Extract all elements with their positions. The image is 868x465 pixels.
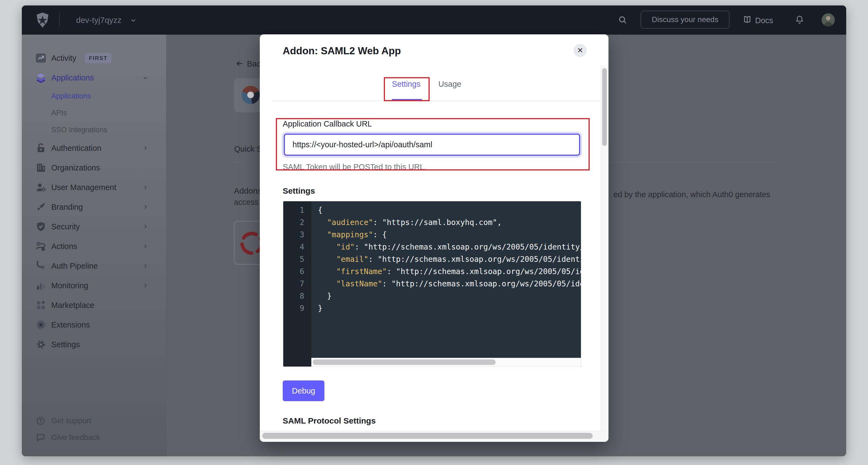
- code-line: "email": "http://schemas.xmlsoap.org/ws/…: [318, 255, 581, 264]
- line-number: 4: [300, 242, 304, 252]
- docs-link[interactable]: Docs: [755, 16, 773, 25]
- sidebar-item-label: Applications: [51, 74, 94, 82]
- code-line: "lastName": "http://schemas.xmlsoap.org/…: [318, 279, 581, 288]
- bar-chart-icon: [35, 280, 46, 291]
- user-avatar[interactable]: [822, 13, 835, 26]
- callback-url-label: Application Callback URL: [283, 119, 372, 128]
- chevron-right-icon: [142, 204, 149, 210]
- sidebar-item-user-management[interactable]: User Management: [22, 178, 166, 197]
- editor-horizontal-scrollbar-thumb[interactable]: [313, 359, 496, 365]
- sidebar-item-give-feedback[interactable]: Give feedback: [22, 430, 166, 445]
- background-paragraph-fragment: ed by the application, which Auth0 gener…: [613, 190, 770, 199]
- sidebar-item-get-support[interactable]: Get support: [22, 413, 166, 429]
- back-link[interactable]: Bac: [247, 59, 260, 68]
- addon-saml2-modal: Addon: SAML2 Web App ✕ Settings Usage Ap…: [260, 34, 609, 442]
- sidebar-item-activity[interactable]: ActivityFIRST: [22, 48, 166, 68]
- flow-icon: [35, 241, 46, 252]
- editor-gutter: 123456789: [283, 201, 311, 367]
- line-number: 3: [300, 230, 304, 239]
- chevron-right-icon: [142, 145, 149, 151]
- sidebar-item-applications[interactable]: Applications: [22, 88, 166, 105]
- addons-text-fragment-2: access: [234, 198, 258, 207]
- bell-icon[interactable]: [795, 15, 804, 24]
- editor-horizontal-scrollbar: [311, 358, 581, 367]
- modal-vertical-scrollbar-thumb[interactable]: [602, 68, 607, 146]
- chevron-right-icon: [142, 223, 149, 230]
- pipeline-icon: [35, 260, 46, 271]
- sidebar-item-label: Get support: [51, 416, 91, 425]
- tabbar-divider: [272, 100, 601, 101]
- sidebar-item-label: SSO Integrations: [51, 126, 107, 134]
- sidebar-item-applications[interactable]: Applications: [22, 68, 166, 88]
- sidebar-item-actions[interactable]: Actions: [22, 236, 166, 256]
- topbar-divider: [59, 12, 60, 27]
- sidebar-item-authentication[interactable]: Authentication: [22, 138, 166, 158]
- auth0-logo-icon: [34, 12, 51, 29]
- code-line: "firstName": "http://schemas.xmlsoap.org…: [318, 267, 581, 276]
- editor-code-area[interactable]: { "audience": "https://saml.boxyhq.com",…: [311, 201, 581, 358]
- sidebar-item-organizations[interactable]: Organizations: [22, 158, 166, 178]
- top-navbar: dev-tyj7qyzz Discuss your needs Docs: [22, 5, 846, 35]
- sidebar: ActivityFIRSTApplicationsApplicationsAPI…: [22, 35, 166, 456]
- sidebar-item-label: Activity: [51, 54, 76, 63]
- sidebar-item-label: Applications: [51, 92, 91, 100]
- debug-button[interactable]: Debug: [283, 380, 324, 401]
- sidebar-item-apis[interactable]: APIs: [22, 105, 166, 121]
- tab-quick-start[interactable]: Quick S: [234, 145, 262, 153]
- chip-icon: [35, 319, 46, 330]
- gear-icon: [35, 339, 46, 350]
- help-circle-icon: [36, 416, 45, 426]
- code-line: "audience": "https://saml.boxyhq.com",: [318, 218, 502, 227]
- chevron-down-icon: [142, 75, 149, 81]
- line-number: 2: [300, 218, 304, 227]
- grid-plus-icon: [35, 300, 46, 311]
- lock-icon: [35, 143, 46, 153]
- addons-text-fragment: Addons: [234, 186, 262, 196]
- sidebar-item-sso-integrations[interactable]: SSO Integrations: [22, 121, 166, 138]
- discuss-your-needs-button[interactable]: Discuss your needs: [641, 11, 730, 29]
- sidebar-item-extensions[interactable]: Extensions: [22, 315, 166, 335]
- organization-icon: [35, 162, 46, 173]
- paintbrush-icon: [35, 202, 46, 212]
- application-logo-icon: [241, 86, 260, 104]
- first-badge: FIRST: [85, 53, 112, 63]
- sidebar-item-label: Give feedback: [51, 433, 100, 442]
- shield-check-icon: [35, 221, 46, 232]
- sidebar-item-label: Monitoring: [51, 281, 88, 290]
- code-line: }: [318, 304, 322, 313]
- sidebar-item-label: Organizations: [51, 163, 100, 172]
- user-gear-icon: [35, 182, 46, 193]
- tenant-name[interactable]: dev-tyj7qyzz: [76, 16, 122, 25]
- sidebar-item-auth-pipeline[interactable]: Auth Pipeline: [22, 256, 166, 276]
- sidebar-item-label: Auth Pipeline: [51, 262, 98, 270]
- callback-url-help-text: SAML Token will be POSTed to this URL.: [283, 163, 426, 172]
- close-icon[interactable]: ✕: [574, 44, 587, 57]
- sidebar-item-label: User Management: [51, 183, 116, 192]
- modal-horizontal-scrollbar: [260, 431, 609, 440]
- chat-bubble-icon: [36, 433, 45, 442]
- settings-json-editor[interactable]: 123456789 { "audience": "https://saml.bo…: [283, 201, 581, 367]
- tab-usage[interactable]: Usage: [436, 80, 463, 89]
- sidebar-item-branding[interactable]: Branding: [22, 197, 166, 217]
- tab-settings[interactable]: Settings: [390, 80, 423, 89]
- sidebar-item-monitoring[interactable]: Monitoring: [22, 276, 166, 295]
- line-number: 5: [300, 255, 304, 264]
- sidebar-item-marketplace[interactable]: Marketplace: [22, 295, 166, 315]
- modal-horizontal-scrollbar-thumb[interactable]: [262, 433, 593, 439]
- back-arrow-icon[interactable]: [235, 59, 244, 68]
- sidebar-item-label: Extensions: [51, 320, 90, 329]
- callback-url-input[interactable]: [284, 134, 580, 156]
- search-icon[interactable]: [618, 15, 627, 25]
- sidebar-item-settings[interactable]: Settings: [22, 335, 166, 354]
- line-number: 7: [300, 279, 304, 288]
- chevron-right-icon: [142, 263, 149, 269]
- sidebar-item-label: Settings: [51, 340, 80, 349]
- sidebar-item-security[interactable]: Security: [22, 217, 166, 236]
- saml-protocol-settings-heading: SAML Protocol Settings: [283, 416, 376, 426]
- line-number: 8: [300, 292, 304, 300]
- applications-icon: [35, 72, 46, 83]
- settings-section-heading: Settings: [283, 186, 315, 196]
- modal-vertical-scrollbar: [601, 65, 608, 431]
- chevron-down-icon[interactable]: [130, 17, 137, 24]
- line-number: 9: [300, 304, 304, 313]
